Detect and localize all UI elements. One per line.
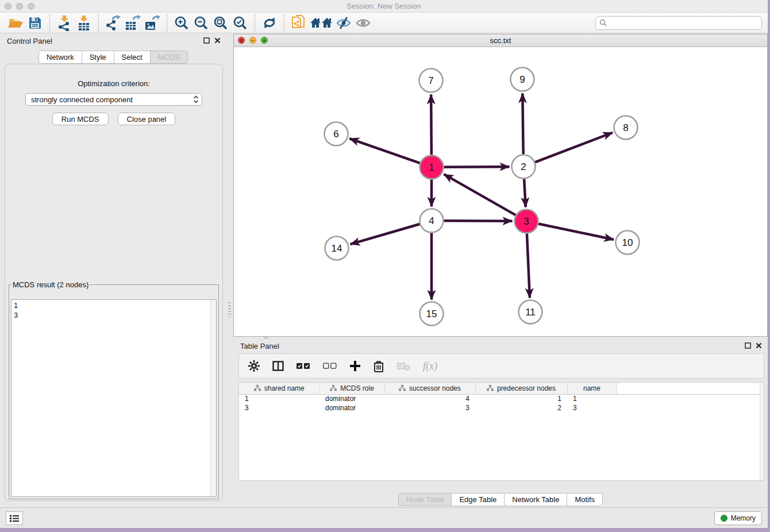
tree-icon xyxy=(330,385,337,391)
svg-text:1: 1 xyxy=(429,162,434,173)
column-header-predecessor-nodes[interactable]: predecessor nodes xyxy=(475,383,567,394)
graph-node-4[interactable]: 4 xyxy=(420,209,444,233)
import-table-icon xyxy=(76,15,91,31)
export-table-button[interactable] xyxy=(123,14,143,32)
titlebar: Session: New Session xyxy=(0,0,768,13)
result-scrollbar[interactable] xyxy=(210,300,216,496)
graph-node-8[interactable]: 8 xyxy=(614,116,638,140)
minimize-window-button[interactable] xyxy=(16,3,23,10)
mcds-result-fieldset: MCDS result (2 nodes) 1 3 xyxy=(9,280,219,499)
network-close-button[interactable]: x xyxy=(238,37,245,44)
graph-edge-4-3[interactable] xyxy=(444,221,512,221)
table-scrollbar[interactable] xyxy=(760,383,764,480)
column-settings-gear-icon[interactable] xyxy=(248,360,260,372)
graph-edge-2-8[interactable] xyxy=(535,133,613,163)
export-network-icon xyxy=(105,15,121,31)
zoom-fit-button[interactable] xyxy=(211,14,230,32)
function-builder-icon[interactable]: f(x) xyxy=(423,360,437,372)
deselect-all-checkboxes-icon[interactable] xyxy=(323,363,337,369)
import-table-button[interactable] xyxy=(74,14,94,32)
zoom-selected-icon xyxy=(233,16,248,30)
criterion-dropdown[interactable]: strongly connected component xyxy=(25,93,202,106)
mcds-result-list[interactable]: 1 3 xyxy=(11,299,217,497)
clone-network-icon xyxy=(291,14,306,32)
svg-text:8: 8 xyxy=(623,122,628,133)
tab-node-table[interactable]: Node Table xyxy=(398,493,452,506)
zoom-selected-button[interactable] xyxy=(230,14,250,32)
graph-edge-3-10[interactable] xyxy=(538,223,614,240)
graph-node-15[interactable]: 15 xyxy=(420,302,444,326)
close-window-button[interactable] xyxy=(5,3,11,10)
select-all-checkboxes-icon[interactable] xyxy=(297,363,310,369)
network-minimize-button[interactable]: − xyxy=(249,37,256,44)
home-icon xyxy=(310,16,333,30)
main-toolbar xyxy=(0,13,768,33)
graph-edge-3-1[interactable] xyxy=(444,174,515,215)
memory-button[interactable]: Memory xyxy=(714,511,762,525)
welcome-screen-button[interactable] xyxy=(309,14,334,32)
clone-network-button[interactable] xyxy=(289,14,309,32)
zoom-window-button[interactable] xyxy=(28,3,34,10)
graph-node-2[interactable]: 2 xyxy=(512,155,536,179)
graph-edge-4-14[interactable] xyxy=(351,224,420,244)
open-session-button[interactable] xyxy=(6,14,25,32)
tab-motifs[interactable]: Motifs xyxy=(567,493,603,506)
search-box[interactable] xyxy=(595,16,762,30)
graph-node-6[interactable]: 6 xyxy=(325,122,348,146)
render-eye-button[interactable] xyxy=(353,14,373,32)
hide-graphics-details-button[interactable] xyxy=(334,14,353,32)
tab-mcds[interactable]: MCDS xyxy=(150,51,188,64)
import-network-button[interactable] xyxy=(55,14,74,32)
tab-network[interactable]: Network xyxy=(38,51,82,64)
graph-edge-1-6[interactable] xyxy=(349,138,420,163)
graph-node-14[interactable]: 14 xyxy=(325,237,349,260)
tab-edge-table[interactable]: Edge Table xyxy=(451,493,504,506)
float-panel-icon[interactable] xyxy=(203,37,210,44)
apply-layout-button[interactable] xyxy=(260,14,279,32)
network-maximize-button[interactable]: + xyxy=(261,37,268,44)
task-history-button[interactable] xyxy=(6,511,23,525)
save-disk-icon xyxy=(28,16,42,30)
optimization-criterion-label: Optimization criterion: xyxy=(5,79,222,88)
column-header-successor-nodes[interactable]: successor nodes xyxy=(384,383,475,394)
graph-node-3[interactable]: 3 xyxy=(515,210,538,233)
criterion-value: strongly connected component xyxy=(31,95,192,104)
graph-edge-1-2[interactable] xyxy=(444,167,509,167)
save-session-button[interactable] xyxy=(25,14,45,32)
graph-node-1[interactable]: 1 xyxy=(420,156,444,179)
zoom-in-button[interactable] xyxy=(172,14,191,32)
column-header-shared-name[interactable]: shared name xyxy=(239,383,319,394)
tab-style[interactable]: Style xyxy=(82,51,114,64)
close-panel-icon[interactable] xyxy=(756,342,762,349)
delete-column-trash-icon[interactable] xyxy=(374,360,384,372)
control-panel-tabs: Network Style Select MCDS xyxy=(0,51,226,64)
search-input[interactable] xyxy=(609,18,758,27)
tree-icon xyxy=(254,385,261,391)
column-header-name[interactable]: name xyxy=(567,383,617,394)
zoom-out-button[interactable] xyxy=(191,14,211,32)
close-panel-button[interactable]: Close panel xyxy=(118,113,176,125)
add-column-icon[interactable] xyxy=(349,360,361,372)
table-row[interactable]: 3 dominator 3 2 3 xyxy=(239,403,764,413)
export-image-button[interactable] xyxy=(143,14,162,32)
graph-edge-3-11[interactable] xyxy=(527,233,530,298)
graph-node-9[interactable]: 9 xyxy=(511,68,534,91)
network-canvas[interactable]: 7968124314101511 xyxy=(234,47,767,336)
graph-node-11[interactable]: 11 xyxy=(519,300,542,324)
export-network-button[interactable] xyxy=(103,14,123,32)
vertical-splitter-handle[interactable] xyxy=(228,302,231,317)
graph-node-10[interactable]: 10 xyxy=(616,231,640,255)
panel-split-icon[interactable] xyxy=(272,361,284,371)
delete-table-icon[interactable] xyxy=(396,361,410,371)
graph-edge-2-3[interactable] xyxy=(524,179,526,207)
run-mcds-button[interactable]: Run MCDS xyxy=(52,113,109,125)
float-panel-icon[interactable] xyxy=(745,342,751,349)
graph-node-7[interactable]: 7 xyxy=(419,69,443,92)
close-panel-icon[interactable] xyxy=(214,37,221,44)
graph-edge-2-9[interactable] xyxy=(522,93,523,154)
graph-edge-1-7[interactable] xyxy=(431,94,432,155)
tab-select[interactable]: Select xyxy=(114,51,150,64)
tab-network-table[interactable]: Network Table xyxy=(504,493,567,506)
table-row[interactable]: 1 dominator 4 1 1 xyxy=(239,394,764,403)
column-header-mcds-role[interactable]: MCDS role xyxy=(319,383,384,394)
